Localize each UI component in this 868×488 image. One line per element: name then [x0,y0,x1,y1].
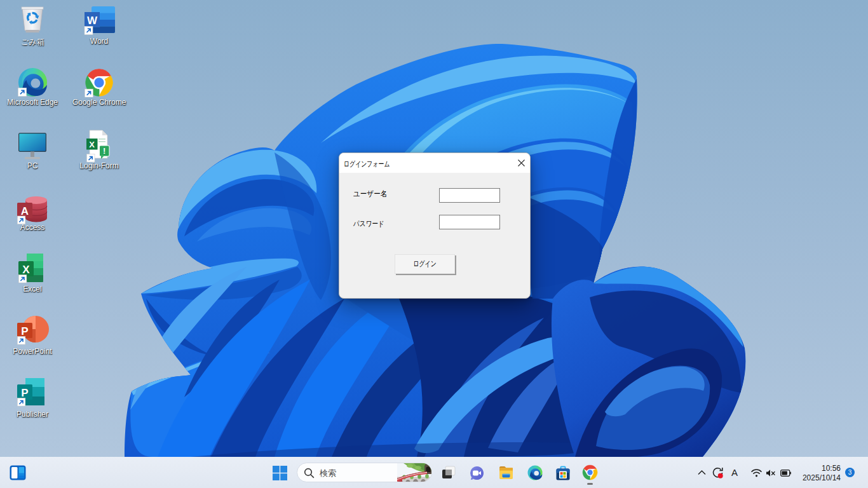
svg-text:P: P [21,387,28,399]
svg-text:X: X [89,140,95,149]
svg-text:A: A [21,205,29,217]
svg-text:P: P [21,325,28,337]
svg-text:!: ! [103,146,105,156]
svg-text:X: X [22,264,30,276]
svg-text:W: W [87,15,98,27]
